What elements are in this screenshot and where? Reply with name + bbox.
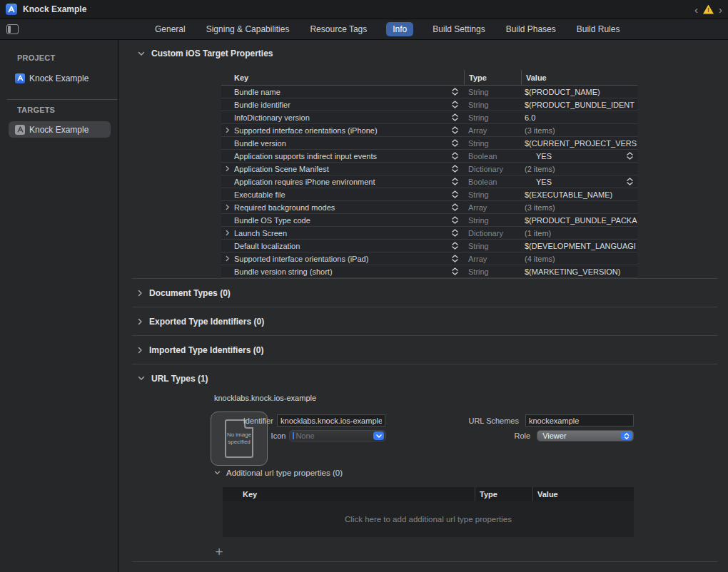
property-row[interactable]: Launch Screen Dictionary (1 item): [221, 227, 637, 240]
key-stepper[interactable]: [445, 98, 464, 111]
tab-info[interactable]: Info: [386, 22, 413, 36]
tab-signing-capabilities[interactable]: Signing & Capabilities: [205, 22, 291, 36]
chevron-right-icon[interactable]: [138, 318, 143, 325]
property-key[interactable]: Bundle OS Type code: [234, 214, 445, 226]
key-stepper[interactable]: [445, 124, 464, 136]
key-stepper[interactable]: [445, 201, 464, 213]
property-key[interactable]: Launch Screen: [234, 227, 445, 239]
property-value[interactable]: (3 items): [521, 201, 637, 213]
property-type[interactable]: String: [464, 137, 521, 149]
value-stepper-icon[interactable]: [627, 178, 633, 185]
sidebar-item-project-knock-example[interactable]: Knock Example: [9, 70, 111, 86]
property-row[interactable]: Application Scene Manifest Dictionary (2…: [221, 163, 637, 175]
column-header-value[interactable]: Value: [521, 70, 637, 85]
identifier-input[interactable]: [277, 414, 385, 427]
property-row[interactable]: Bundle version string (short) String $(M…: [221, 265, 637, 278]
add-url-type-button[interactable]: +: [212, 544, 226, 558]
key-stepper[interactable]: [445, 163, 464, 175]
property-row[interactable]: Bundle OS Type code String $(PRODUCT_BUN…: [221, 214, 637, 227]
property-value[interactable]: YES: [521, 175, 637, 188]
property-type[interactable]: Boolean: [464, 175, 521, 188]
property-row[interactable]: Supported interface orientations (iPad) …: [221, 252, 637, 265]
property-row[interactable]: Executable file String $(EXECUTABLE_NAME…: [221, 188, 637, 201]
key-stepper[interactable]: [445, 175, 464, 188]
property-key[interactable]: Executable file: [234, 188, 445, 200]
property-key[interactable]: Bundle version string (short): [234, 265, 445, 277]
property-key[interactable]: Default localization: [234, 240, 445, 252]
section-imported-type-identifiers[interactable]: Imported Type Identifiers (0): [118, 336, 728, 364]
property-type[interactable]: String: [464, 86, 521, 98]
property-key[interactable]: InfoDictionary version: [234, 111, 445, 123]
property-value[interactable]: $(PRODUCT_NAME): [521, 86, 637, 98]
key-stepper[interactable]: [445, 86, 464, 98]
popup-stepper-button[interactable]: [621, 431, 632, 440]
custom-properties-section-header[interactable]: Custom iOS Target Properties: [138, 48, 273, 58]
key-stepper[interactable]: [445, 150, 464, 162]
property-type[interactable]: String: [464, 111, 521, 123]
disclosure-chevron-icon[interactable]: [226, 127, 230, 133]
value-stepper-icon[interactable]: [627, 152, 633, 160]
disclosure-chevron-icon[interactable]: [226, 255, 230, 262]
property-type[interactable]: String: [464, 98, 521, 111]
property-type[interactable]: Boolean: [464, 150, 521, 162]
sidebar-item-target-knock-example[interactable]: Knock Example: [9, 121, 111, 138]
forward-chevron-icon[interactable]: ›: [719, 4, 722, 15]
column-header-type[interactable]: Type: [464, 70, 521, 85]
disclosure-chevron-icon[interactable]: [226, 230, 230, 236]
property-row[interactable]: Required background modes Array (3 items…: [221, 201, 637, 214]
property-row[interactable]: Application requires iPhone environment …: [221, 175, 637, 188]
property-key[interactable]: Bundle name: [234, 86, 445, 98]
property-row[interactable]: Bundle version String $(CURRENT_PROJECT_…: [221, 137, 637, 150]
property-value[interactable]: $(CURRENT_PROJECT_VERS: [521, 137, 637, 149]
disclosure-chevron-icon[interactable]: [226, 165, 230, 172]
chevron-down-icon[interactable]: [138, 376, 145, 381]
property-key[interactable]: Bundle version: [234, 137, 445, 149]
key-stepper[interactable]: [445, 252, 464, 265]
property-value[interactable]: (3 items): [521, 124, 637, 136]
property-type[interactable]: Array: [464, 252, 521, 265]
property-row[interactable]: Bundle name String $(PRODUCT_NAME): [221, 86, 637, 98]
key-stepper[interactable]: [445, 137, 464, 149]
chevron-right-icon[interactable]: [138, 290, 143, 297]
additional-table-empty-area[interactable]: Click here to add additional url type pr…: [223, 501, 634, 537]
property-row[interactable]: Application supports indirect input even…: [221, 150, 637, 163]
property-value[interactable]: $(PRODUCT_BUNDLE_IDENT: [521, 98, 637, 111]
key-stepper[interactable]: [445, 240, 464, 252]
back-chevron-icon[interactable]: ‹: [694, 4, 698, 15]
key-stepper[interactable]: [445, 111, 464, 123]
property-key[interactable]: Application Scene Manifest: [234, 163, 445, 175]
property-type[interactable]: Array: [464, 201, 521, 213]
property-value[interactable]: YES: [521, 150, 637, 162]
tab-build-phases[interactable]: Build Phases: [505, 22, 557, 36]
chevron-down-icon[interactable]: [138, 51, 145, 56]
property-type[interactable]: String: [464, 214, 521, 226]
tab-general[interactable]: General: [153, 22, 187, 36]
property-type[interactable]: Array: [464, 124, 521, 136]
property-value[interactable]: $(EXECUTABLE_NAME): [521, 188, 637, 200]
property-value[interactable]: $(DEVELOPMENT_LANGUAGI: [521, 240, 637, 252]
key-stepper[interactable]: [445, 188, 464, 200]
property-value[interactable]: (1 item): [521, 227, 637, 239]
tab-build-settings[interactable]: Build Settings: [431, 22, 486, 36]
section-url-types[interactable]: URL Types (1): [118, 364, 728, 392]
property-value[interactable]: (2 items): [521, 163, 637, 175]
property-key[interactable]: Supported interface orientations (iPad): [234, 252, 445, 265]
property-value[interactable]: $(MARKETING_VERSION): [521, 265, 637, 277]
tab-build-rules[interactable]: Build Rules: [575, 22, 622, 36]
empty-table-hint[interactable]: Click here to add additional url type pr…: [345, 515, 512, 524]
property-type[interactable]: Dictionary: [464, 163, 521, 175]
additional-properties-header[interactable]: Additional url type properties (0): [214, 469, 343, 477]
section-exported-type-identifiers[interactable]: Exported Type Identifiers (0): [118, 307, 728, 335]
section-document-types[interactable]: Document Types (0): [118, 279, 728, 307]
property-row[interactable]: InfoDictionary version String 6.0: [221, 111, 637, 124]
property-key[interactable]: Bundle identifier: [234, 98, 445, 111]
property-key[interactable]: Required background modes: [234, 201, 445, 213]
property-value[interactable]: (4 items): [521, 252, 637, 265]
property-row[interactable]: Bundle identifier String $(PRODUCT_BUNDL…: [221, 98, 637, 111]
property-value[interactable]: 6.0: [521, 111, 637, 123]
icon-combobox[interactable]: None: [289, 430, 386, 441]
key-stepper[interactable]: [445, 214, 464, 226]
property-value[interactable]: $(PRODUCT_BUNDLE_PACKA: [521, 214, 637, 226]
tab-resource-tags[interactable]: Resource Tags: [308, 22, 368, 36]
combobox-dropdown-button[interactable]: [373, 431, 384, 440]
